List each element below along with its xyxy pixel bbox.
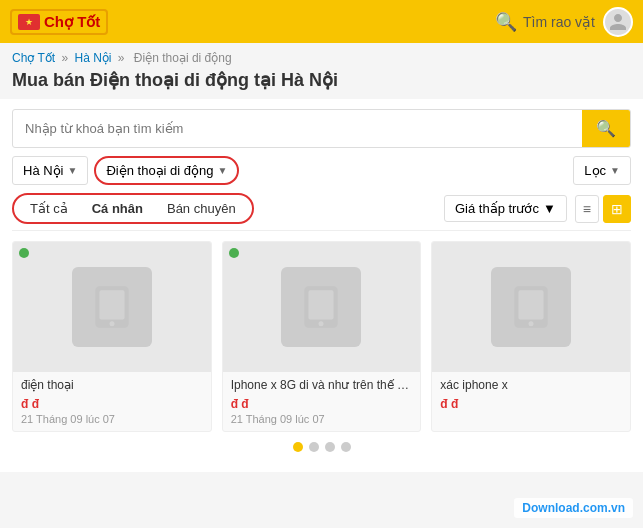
main-content: 🔍 Hà Nội ▼ Điện thoại di động ▼ Lọc ▼ Tấ… [0,99,643,472]
logo-text: Chợ Tốt [44,13,100,31]
product-price: đ đ [440,397,622,411]
grid-view-button[interactable]: ⊞ [603,195,631,223]
sort-label: Giá thấp trước [455,201,539,216]
svg-point-5 [319,321,324,326]
product-price: đ đ [231,397,413,411]
dot-1[interactable] [293,442,303,452]
dot-2[interactable] [309,442,319,452]
product-location: 21 Tháng 09 lúc 07 [21,413,203,425]
dot-3[interactable] [325,442,335,452]
view-icons: ≡ ⊞ [575,195,631,223]
breadcrumb-current: Điện thoại di động [134,51,232,65]
product-name: xác iphone x [440,378,622,394]
filter-row: Hà Nội ▼ Điện thoại di động ▼ Lọc ▼ [12,156,631,185]
filter-chevron-icon: ▼ [610,165,620,176]
category-label: Điện thoại di động [106,163,213,178]
svg-rect-4 [309,290,334,319]
product-image-placeholder [491,267,571,347]
breadcrumb-city[interactable]: Hà Nội [74,51,111,65]
search-input[interactable] [13,112,582,145]
product-name: điện thoại [21,378,203,394]
svg-rect-1 [99,290,124,319]
product-badge [19,248,29,258]
product-info: Iphone x 8G di và như trên thế giới đ đ … [223,372,421,431]
tab-professional[interactable]: Bán chuyên [155,197,248,220]
logo-box: Chợ Tốt [10,9,108,35]
tab-all[interactable]: Tất cả [18,197,80,220]
location-chevron-icon: ▼ [68,165,78,176]
pagination-dots [12,432,631,462]
category-filter[interactable]: Điện thoại di động ▼ [94,156,239,185]
tab-group: Tất cả Cá nhân Bán chuyên [12,193,254,224]
product-card[interactable]: xác iphone x đ đ [431,241,631,432]
breadcrumb: Chợ Tốt » Hà Nội » Điện thoại di động [0,43,643,67]
breadcrumb-home[interactable]: Chợ Tốt [12,51,55,65]
product-price: đ đ [21,397,203,411]
product-location: 21 Tháng 09 lúc 07 [231,413,413,425]
search-button[interactable]: 🔍 [582,110,630,147]
product-image-area [432,242,630,372]
category-chevron-icon: ▼ [218,165,228,176]
sort-button[interactable]: Giá thấp trước ▼ [444,195,567,222]
product-card[interactable]: điện thoại đ đ 21 Tháng 09 lúc 07 [12,241,212,432]
product-image-area [13,242,211,372]
product-grid: điện thoại đ đ 21 Tháng 09 lúc 07 Iphone… [12,241,631,432]
logo-flag [18,14,40,30]
breadcrumb-sep2: » [118,51,128,65]
page-title-area: Mua bán Điện thoại di động tại Hà Nội [0,67,643,99]
product-image-placeholder [72,267,152,347]
svg-point-8 [529,321,534,326]
filter-label: Lọc [584,163,606,178]
logo-area[interactable]: Chợ Tốt [10,9,108,35]
header-search[interactable]: 🔍 Tìm rao vặt [495,11,595,33]
search-icon: 🔍 [495,11,517,33]
list-view-button[interactable]: ≡ [575,195,599,223]
product-info: điện thoại đ đ 21 Tháng 09 lúc 07 [13,372,211,431]
svg-rect-7 [519,290,544,319]
product-info: xác iphone x đ đ [432,372,630,419]
dot-4[interactable] [341,442,351,452]
header-search-label: Tìm rao vặt [523,14,595,30]
header-right: 🔍 Tìm rao vặt [495,7,633,37]
product-badge [229,248,239,258]
location-filter[interactable]: Hà Nội ▼ [12,156,88,185]
breadcrumb-sep1: » [61,51,71,65]
tab-personal[interactable]: Cá nhân [80,197,155,220]
avatar[interactable] [603,7,633,37]
svg-point-2 [109,321,114,326]
sort-chevron-icon: ▼ [543,201,556,216]
filter-button[interactable]: Lọc ▼ [573,156,631,185]
header: Chợ Tốt 🔍 Tìm rao vặt [0,0,643,43]
product-image-placeholder [281,267,361,347]
product-card[interactable]: Iphone x 8G di và như trên thế giới đ đ … [222,241,422,432]
location-label: Hà Nội [23,163,64,178]
tab-row: Tất cả Cá nhân Bán chuyên Giá thấp trước… [12,193,631,231]
sort-area: Giá thấp trước ▼ ≡ ⊞ [444,195,631,223]
page-title: Mua bán Điện thoại di động tại Hà Nội [12,69,631,91]
product-name: Iphone x 8G di và như trên thế giới [231,378,413,394]
search-bar[interactable]: 🔍 [12,109,631,148]
product-image-area [223,242,421,372]
